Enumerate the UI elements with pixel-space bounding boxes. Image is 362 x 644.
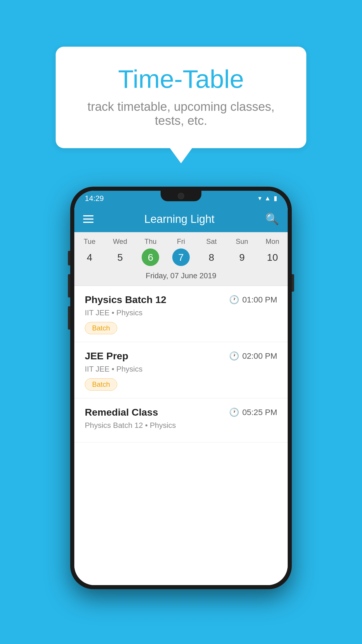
schedule-item-time: 🕐02:00 PM [229,351,277,361]
time-text: 01:00 PM [242,295,277,304]
schedule-item-title: JEE Prep [85,350,128,362]
schedule-item-2[interactable]: Remedial Class🕐05:25 PMPhysics Batch 12 … [74,398,288,442]
day-name-label: Sun [236,237,248,246]
calendar-day-wed[interactable]: Wed5 [107,237,133,266]
schedule-item-time: 🕐05:25 PM [229,407,277,417]
day-number-label: 9 [233,249,251,266]
schedule-item-1[interactable]: JEE Prep🕐02:00 PMIIT JEE • PhysicsBatch [74,342,288,398]
calendar-day-sat[interactable]: Sat8 [199,237,224,266]
time-text: 05:25 PM [242,408,277,417]
schedule-item-subtitle: IIT JEE • Physics [85,365,277,374]
schedule-item-subtitle: IIT JEE • Physics [85,308,277,317]
batch-badge: Batch [85,378,117,391]
app-bar-title: Learning Light [94,213,265,225]
hamburger-line [83,215,94,216]
schedule-item-time: 🕐01:00 PM [229,295,277,304]
speech-bubble-subtitle: track timetable, upcoming classes, tests… [79,100,283,128]
search-icon[interactable]: 🔍 [265,213,279,225]
schedule-list: Physics Batch 12🕐01:00 PMIIT JEE • Physi… [74,286,288,585]
speech-bubble-arrow [170,148,192,163]
schedule-item-title: Remedial Class [85,407,158,418]
hamburger-line [83,218,94,220]
day-name-label: Sat [206,237,217,246]
calendar-section: Tue4Wed5Thu6Fri7Sat8Sun9Mon10 Friday, 07… [74,232,288,286]
calendar-days-row: Tue4Wed5Thu6Fri7Sat8Sun9Mon10 [74,232,288,268]
day-number-label: 4 [81,249,98,266]
speech-bubble-wrapper: Time-Table track timetable, upcoming cla… [56,47,306,163]
calendar-day-mon[interactable]: Mon10 [260,237,285,266]
phone-notch [161,191,201,201]
hamburger-line [83,222,94,223]
schedule-item-title: Physics Batch 12 [85,294,166,305]
calendar-day-thu[interactable]: Thu6 [138,237,163,266]
battery-icon: ▮ [274,195,277,202]
phone-side-btn-left3 [68,306,70,330]
phone-side-btn-left1 [68,251,70,265]
calendar-day-fri[interactable]: Fri7 [168,237,194,266]
phone-camera [178,193,184,199]
day-name-label: Fri [177,237,185,246]
status-time: 14:29 [85,194,104,203]
day-number-label: 5 [111,249,129,266]
calendar-day-tue[interactable]: Tue4 [77,237,102,266]
day-name-label: Thu [145,237,157,246]
clock-icon: 🕐 [229,407,239,417]
schedule-item-0[interactable]: Physics Batch 12🕐01:00 PMIIT JEE • Physi… [74,286,288,342]
day-number-label: 8 [203,249,220,266]
calendar-day-sun[interactable]: Sun9 [229,237,255,266]
phone-screen: 14:29 ▾ ▲ ▮ Learning Light 🔍 [74,191,288,585]
schedule-item-subtitle: Physics Batch 12 • Physics [85,421,277,430]
status-icons: ▾ ▲ ▮ [258,195,277,202]
schedule-item-header: Remedial Class🕐05:25 PM [85,407,277,418]
day-name-label: Tue [84,237,95,246]
schedule-item-header: JEE Prep🕐02:00 PM [85,350,277,362]
phone-wrapper: 14:29 ▾ ▲ ▮ Learning Light 🔍 [70,187,292,589]
clock-icon: 🕐 [229,295,239,304]
time-text: 02:00 PM [242,351,277,361]
phone-mockup: 14:29 ▾ ▲ ▮ Learning Light 🔍 [70,187,292,589]
day-name-label: Mon [266,237,279,246]
speech-bubble: Time-Table track timetable, upcoming cla… [56,47,306,148]
speech-bubble-title: Time-Table [79,64,283,94]
app-bar: Learning Light 🔍 [74,206,288,232]
day-number-label: 10 [264,249,281,266]
day-number-label: 6 [142,249,159,266]
calendar-date-label: Friday, 07 June 2019 [74,268,288,286]
clock-icon: 🕐 [229,351,239,361]
hamburger-menu-icon[interactable] [83,215,94,223]
signal-icon: ▲ [264,195,271,202]
schedule-item-header: Physics Batch 12🕐01:00 PM [85,294,277,305]
phone-side-btn-right [292,274,294,292]
day-number-label: 7 [172,249,190,266]
wifi-icon: ▾ [258,195,261,202]
day-name-label: Wed [113,237,127,246]
batch-badge: Batch [85,322,117,334]
phone-side-btn-left2 [68,274,70,298]
